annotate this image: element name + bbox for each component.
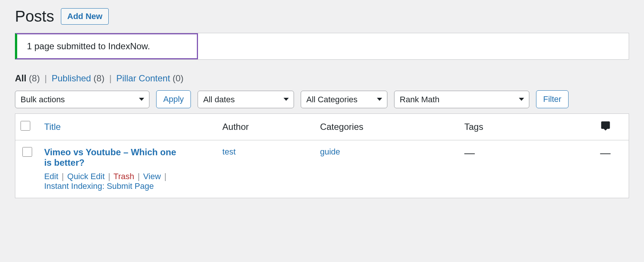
column-categories: Categories <box>315 114 459 140</box>
instant-indexing-link[interactable]: Instant Indexing: Submit Page <box>44 181 154 191</box>
indexnow-notice: 1 page submitted to IndexNow. <box>15 33 198 59</box>
edit-link[interactable]: Edit <box>44 172 58 181</box>
filter-published-count: (8) <box>93 73 104 83</box>
table-row: Vimeo vs Youtube – Which one is better? … <box>15 140 629 198</box>
category-link[interactable]: guide <box>320 147 340 156</box>
rankmath-select[interactable]: Rank Math <box>394 91 529 108</box>
filter-button[interactable]: Filter <box>536 90 569 108</box>
filter-all-count: (8) <box>29 73 40 83</box>
post-title-link[interactable]: Vimeo vs Youtube – Which one is better? <box>44 147 186 168</box>
add-new-button[interactable]: Add New <box>61 8 109 25</box>
column-comments[interactable] <box>595 114 629 140</box>
select-all-checkbox[interactable] <box>21 121 30 131</box>
column-author: Author <box>217 114 315 140</box>
categories-select[interactable]: All Categories <box>301 91 387 108</box>
column-title[interactable]: Title <box>39 114 217 140</box>
column-tags: Tags <box>459 114 595 140</box>
posts-table: Title Author Categories Tags Vimeo vs Yo… <box>15 113 629 198</box>
tags-cell: — <box>464 147 475 159</box>
row-actions: Edit | Quick Edit | Trash | View | Insta… <box>44 172 212 191</box>
status-filter-links: All (8) | Published (8) | Pillar Content… <box>15 73 629 84</box>
filter-published[interactable]: Published <box>52 73 91 83</box>
comment-icon <box>600 121 611 133</box>
comments-cell: — <box>600 147 611 159</box>
apply-button[interactable]: Apply <box>156 90 191 108</box>
filter-all[interactable]: All <box>15 73 27 83</box>
row-checkbox[interactable] <box>22 147 32 157</box>
trash-link[interactable]: Trash <box>114 172 134 181</box>
dates-select[interactable]: All dates <box>198 91 294 108</box>
notice-bar: 1 page submitted to IndexNow. <box>15 33 629 60</box>
filter-pillar[interactable]: Pillar Content <box>116 73 170 83</box>
filter-pillar-count: (0) <box>173 73 183 83</box>
page-title: Posts <box>15 7 54 25</box>
quick-edit-link[interactable]: Quick Edit <box>67 172 105 181</box>
author-link[interactable]: test <box>222 147 235 156</box>
view-link[interactable]: View <box>143 172 161 181</box>
bulk-actions-select[interactable]: Bulk actions <box>15 91 149 108</box>
